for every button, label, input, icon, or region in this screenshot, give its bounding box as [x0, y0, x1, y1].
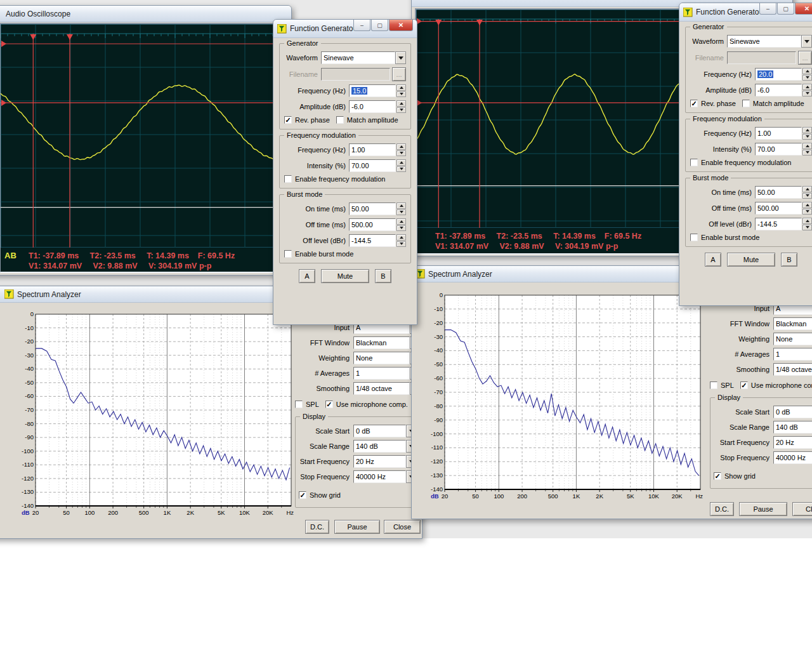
frequency-spinner[interactable]: [396, 84, 406, 97]
svg-text:-50: -50: [434, 361, 443, 368]
maximize-button[interactable]: ▢: [371, 20, 388, 31]
close-button[interactable]: Close: [792, 502, 812, 516]
close-button[interactable]: Close: [384, 520, 421, 534]
show-grid-checkbox[interactable]: ✓: [714, 472, 721, 480]
fm-intensity-input[interactable]: 70.00: [349, 159, 396, 172]
mute-button[interactable]: Mute: [321, 269, 369, 283]
titlebar[interactable]: Audio Oscilloscope: [0, 6, 291, 22]
enable-fm-checkbox[interactable]: [690, 159, 698, 166]
match-amplitude-checkbox[interactable]: [336, 116, 344, 124]
channel-a-button[interactable]: A: [705, 253, 721, 267]
dc-button[interactable]: D.C.: [305, 520, 329, 534]
time-measurements: T1: -37.89 ms T2: -23.5 ms T: 14.39 ms F…: [29, 251, 235, 261]
amplitude-spinner[interactable]: [396, 100, 406, 113]
maximize-button[interactable]: ▢: [777, 3, 794, 15]
amplitude-input[interactable]: -6.0: [755, 84, 802, 96]
start-frequency-select[interactable]: 20 Hz: [353, 455, 417, 468]
show-grid-checkbox[interactable]: ✓: [299, 491, 306, 499]
group-label: Generator: [284, 39, 321, 47]
scale-start-select[interactable]: 0 dB: [353, 425, 417, 437]
scale-range-label: Scale Range: [299, 442, 353, 450]
spl-checkbox[interactable]: [295, 401, 303, 408]
svg-text:dB: dB: [22, 509, 30, 516]
mic-comp-checkbox[interactable]: ✓: [740, 381, 748, 389]
amplitude-spinner[interactable]: [802, 84, 812, 96]
fm-frequency-input[interactable]: 1.00: [755, 127, 802, 140]
dc-button[interactable]: D.C.: [710, 502, 734, 516]
mic-comp-checkbox[interactable]: ✓: [325, 401, 333, 408]
off-time-input[interactable]: 500.00: [349, 218, 396, 231]
waveform-select[interactable]: Sinewave: [727, 35, 812, 48]
averages-select[interactable]: 1: [773, 348, 812, 361]
svg-text:2K: 2K: [187, 509, 194, 516]
fm-frequency-spinner[interactable]: [802, 127, 812, 140]
svg-text:-70: -70: [25, 406, 34, 413]
scale-start-select[interactable]: 0 dB: [773, 406, 812, 418]
smoothing-select[interactable]: 1/48 octave: [773, 363, 812, 376]
close-button[interactable]: ✕: [389, 20, 413, 31]
start-frequency-value: 20 Hz: [773, 436, 812, 449]
amplitude-input[interactable]: -6.0: [349, 100, 396, 113]
mute-button[interactable]: Mute: [727, 253, 775, 267]
on-time-input[interactable]: 50.00: [349, 202, 396, 215]
spl-checkbox[interactable]: [710, 381, 717, 389]
off-level-input[interactable]: -144.5: [349, 234, 396, 247]
window-title: Function Generator: [696, 8, 759, 17]
rev-phase-checkbox[interactable]: ✓: [284, 116, 292, 124]
waveform-select[interactable]: Sinewave: [321, 51, 406, 64]
enable-fm-checkbox[interactable]: [284, 175, 292, 183]
fm-intensity-input[interactable]: 70.00: [755, 143, 802, 156]
dropdown-arrow-icon[interactable]: [395, 51, 406, 64]
group-label: Frequency modulation: [690, 115, 764, 123]
start-frequency-select[interactable]: 20 Hz: [773, 436, 812, 449]
pause-button[interactable]: Pause: [334, 520, 380, 534]
smoothing-value: 1/48 octave: [773, 363, 812, 376]
stop-frequency-label: Stop Frequency: [299, 473, 353, 481]
dropdown-arrow-icon[interactable]: [801, 35, 812, 48]
frequency-input[interactable]: 20.0: [755, 68, 802, 81]
off-level-input[interactable]: -144.5: [755, 218, 802, 230]
svg-text:-110: -110: [431, 444, 443, 451]
off-level-spinner[interactable]: [396, 234, 406, 247]
fm-intensity-spinner[interactable]: [802, 143, 812, 156]
rev-phase-checkbox[interactable]: ✓: [690, 100, 698, 107]
stop-frequency-select[interactable]: 40000 Hz: [353, 470, 417, 483]
frequency-input[interactable]: 15.0: [349, 84, 396, 97]
titlebar[interactable]: Function Generator – ▢ ✕: [679, 3, 812, 22]
spectrum-plot: 0-10-20-30-40-50-60-70-80-90-100-110-120…: [18, 312, 295, 517]
pause-button[interactable]: Pause: [739, 502, 787, 516]
off-level-spinner[interactable]: [802, 218, 812, 230]
spectrum-analyzer-icon: [4, 289, 14, 299]
on-time-input[interactable]: 50.00: [755, 186, 802, 199]
scale-range-select[interactable]: 140 dB: [353, 440, 417, 453]
close-button[interactable]: ✕: [795, 3, 812, 15]
enable-burst-checkbox[interactable]: [690, 234, 698, 241]
frequency-spinner[interactable]: [802, 68, 812, 81]
off-time-input[interactable]: 500.00: [755, 202, 802, 215]
channel-b-button[interactable]: B: [781, 253, 797, 267]
browse-button[interactable]: ...: [798, 51, 812, 65]
fm-frequency-input[interactable]: 1.00: [349, 143, 396, 156]
on-time-spinner[interactable]: [802, 186, 812, 199]
oscilloscope-display[interactable]: [1, 24, 289, 248]
fm-intensity-spinner[interactable]: [396, 159, 406, 172]
off-time-spinner[interactable]: [396, 218, 406, 231]
fm-frequency-spinner[interactable]: [396, 143, 406, 156]
match-amplitude-checkbox[interactable]: [742, 100, 750, 107]
svg-text:200: 200: [517, 493, 527, 500]
titlebar[interactable]: Function Generator – ▢ ✕: [273, 20, 417, 38]
channel-a-button[interactable]: A: [299, 269, 315, 283]
browse-button[interactable]: ...: [392, 67, 406, 81]
smoothing-value: 1/48 octave: [353, 382, 410, 395]
svg-text:-60: -60: [434, 375, 443, 381]
channel-b-button[interactable]: B: [375, 269, 391, 283]
minimize-button[interactable]: –: [353, 20, 370, 31]
stop-frequency-select[interactable]: 40000 Hz: [773, 451, 812, 464]
minimize-button[interactable]: –: [759, 3, 776, 15]
off-time-spinner[interactable]: [802, 202, 812, 215]
fft-window-select[interactable]: Blackman: [773, 317, 812, 330]
on-time-spinner[interactable]: [396, 202, 406, 215]
enable-burst-checkbox[interactable]: [284, 250, 292, 258]
weighting-select[interactable]: None: [773, 333, 812, 345]
scale-range-select[interactable]: 140 dB: [773, 421, 812, 434]
